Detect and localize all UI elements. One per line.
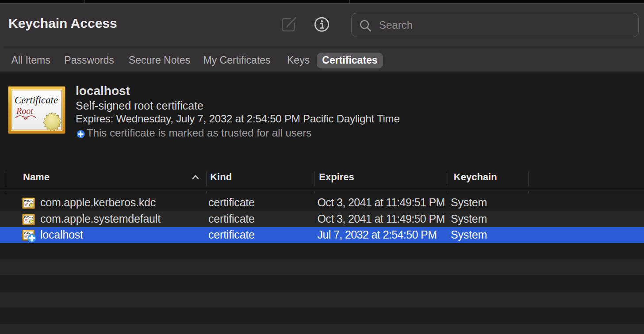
svg-text:Root: Root <box>16 106 33 116</box>
svg-text:Certificate: Certificate <box>15 95 58 106</box>
